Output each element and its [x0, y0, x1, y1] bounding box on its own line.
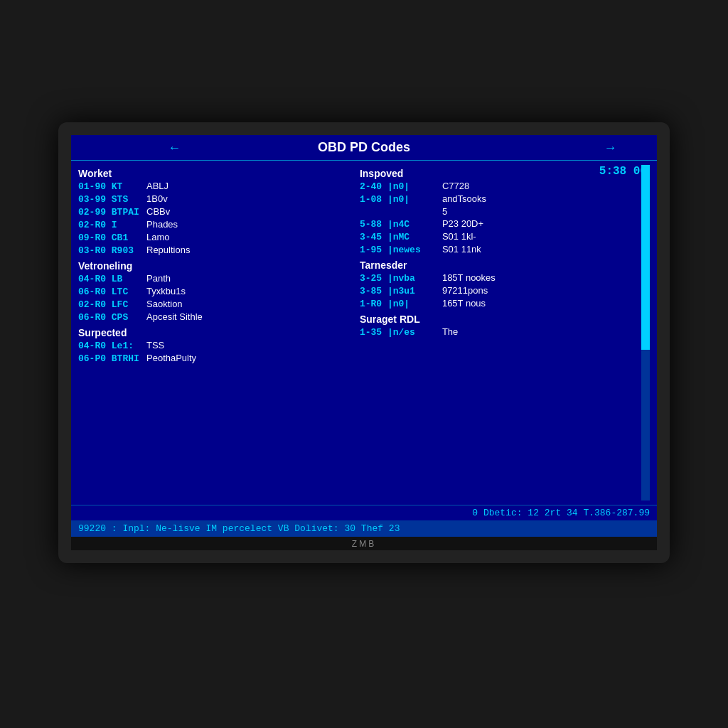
code: 03-R0 R903: [78, 245, 142, 256]
table-row: 02-R0 I Phades: [78, 219, 353, 230]
code: 02-R0 LFC: [78, 299, 142, 310]
table-row: 5-88 |n4C P23 20D+: [360, 218, 650, 230]
section-surpected-header: Surpected: [78, 327, 353, 338]
code: 04-R0 LB: [78, 274, 142, 284]
table-row: 3-25 |nvba 185T nookes: [360, 272, 650, 284]
right-value: 97211pons: [442, 285, 488, 296]
label: 1B0v: [146, 193, 168, 204]
label: PeothaPulty: [146, 353, 196, 363]
code: 04-R0 Le1:: [78, 341, 142, 351]
table-row: 2-40 |n0| C7728: [360, 181, 650, 192]
monitor-frame: ← OBD PD Codes → 5:38 00 Worket 01-90 KT…: [58, 144, 670, 584]
table-row: 06-R0 CPS Apcesit Sithle: [78, 311, 353, 323]
label: Tyxkbu1s: [146, 286, 186, 296]
table-row: 03-99 STS 1B0v: [78, 193, 353, 205]
label: Repultions: [146, 245, 190, 255]
section-worket-header: Worket: [78, 168, 353, 179]
table-row: 1-R0 |n0| 165T nous: [360, 298, 650, 309]
table-row: 01-90 KT ABLJ: [78, 181, 353, 192]
label: TSS: [146, 340, 164, 350]
label: Panth: [146, 273, 171, 284]
right-value: 185T nookes: [442, 272, 496, 283]
table-row: 04-R0 Le1: TSS: [78, 340, 353, 351]
code: 06-R0 LTC: [78, 287, 142, 297]
content-area: Worket 01-90 KT ABLJ 03-99 STS 1B0v 02-9…: [71, 161, 657, 505]
scrollbar[interactable]: [641, 165, 650, 500]
table-row: 3-85 |n3u1 97211pons: [360, 285, 650, 296]
table-row: 03-R0 R903 Repultions: [78, 245, 353, 256]
code: 06-R0 CPS: [78, 312, 142, 323]
monitor-brand: ZMB: [71, 537, 657, 550]
right-value: 5: [442, 206, 447, 217]
monitor-screen-outer: ← OBD PD Codes → 5:38 00 Worket 01-90 KT…: [58, 122, 670, 563]
table-row: 1-35 |n/es The: [360, 326, 650, 338]
table-row: 04-R0 LB Panth: [78, 273, 353, 284]
right-code: 3-85 |n3u1: [360, 286, 438, 296]
code: 02-R0 I: [78, 220, 142, 230]
right-code: 1-R0 |n0|: [360, 299, 438, 309]
right-value: andTsooks: [442, 193, 486, 204]
table-row: 3-45 |nMC S01 1kl-: [360, 231, 650, 242]
table-row: 1-95 |newes S01 11nk: [360, 244, 650, 255]
right-code: 1-08 |n0|: [360, 194, 438, 205]
left-panel: Worket 01-90 KT ABLJ 03-99 STS 1B0v 02-9…: [78, 165, 353, 500]
code: 02-99 BTPAI: [78, 207, 142, 218]
title-bar: ← OBD PD Codes →: [71, 135, 657, 161]
label: CBBv: [146, 206, 170, 217]
label: Lamo: [146, 232, 170, 242]
table-row: 1-08 |n0| andTsooks: [360, 193, 650, 205]
section-vetroneling-header: Vetroneling: [78, 260, 353, 272]
right-value: P23 20D+: [442, 218, 483, 229]
right-code: 2-40 |n0|: [360, 181, 438, 192]
right-value: 165T nous: [442, 298, 486, 309]
code: 09-R0 CB1: [78, 232, 142, 243]
table-row: 09-R0 CB1 Lamo: [78, 232, 353, 243]
table-row: 02-R0 LFC Saoktion: [78, 299, 353, 310]
right-value: C7728: [442, 181, 469, 191]
section-tarnesder-header: Tarnesder: [360, 259, 650, 271]
screen: ← OBD PD Codes → 5:38 00 Worket 01-90 KT…: [71, 135, 657, 537]
right-value: S01 1kl-: [442, 231, 476, 242]
code: 03-99 STS: [78, 194, 142, 205]
code: 01-90 KT: [78, 181, 142, 192]
right-code: 1-35 |n/es: [360, 327, 438, 338]
table-row: 02-99 BTPAI CBBv: [78, 206, 353, 218]
status-bar-2: 99220 : Inpl: Ne-lisve IM percelect VB D…: [71, 520, 657, 537]
section-suraget-header: Suraget RDL: [360, 314, 650, 325]
label: Saoktion: [146, 299, 183, 309]
right-value: S01 11nk: [442, 244, 481, 255]
label: ABLJ: [146, 181, 168, 191]
right-code: 1-95 |newes: [360, 245, 438, 255]
right-code: 3-45 |nMC: [360, 232, 438, 242]
section-inspoved-header: Inspoved: [360, 168, 650, 179]
label: Phades: [146, 219, 178, 230]
forward-arrow-icon[interactable]: →: [606, 141, 614, 155]
table-row: 06-R0 LTC Tyxkbu1s: [78, 286, 353, 297]
right-value: The: [442, 326, 458, 337]
right-code: 5-88 |n4C: [360, 219, 438, 230]
right-code: 3-25 |nvba: [360, 273, 438, 284]
screen-title: OBD PD Codes: [318, 140, 410, 155]
table-row: 06-P0 BTRHI PeothaPulty: [78, 353, 353, 364]
right-panel: Inspoved 2-40 |n0| C7728 1-08 |n0| andTs…: [360, 165, 650, 500]
back-arrow-icon[interactable]: ←: [171, 141, 178, 155]
table-row: 5: [360, 206, 650, 217]
status-bar-1: 0 Dbetic: 12 2rt 34 T.386-287.99: [71, 505, 657, 520]
scrollbar-thumb[interactable]: [641, 165, 650, 350]
label: Apcesit Sithle: [146, 311, 203, 322]
code: 06-P0 BTRHI: [78, 353, 142, 364]
